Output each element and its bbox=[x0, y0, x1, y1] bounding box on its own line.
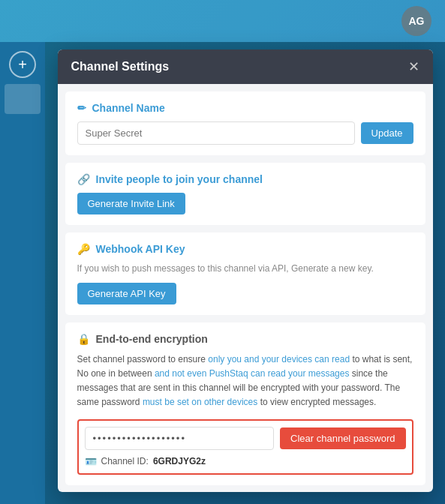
webhook-section: 🔑 Webhook API Key If you wish to push me… bbox=[65, 232, 425, 315]
channel-name-section: ✏ Channel Name Update bbox=[65, 92, 425, 155]
key-icon: 🔑 bbox=[77, 243, 90, 255]
topbar: AG bbox=[0, 0, 445, 42]
webhook-description: If you wish to push messages to this cha… bbox=[77, 262, 413, 275]
invite-label: Invite people to join your channel bbox=[96, 173, 263, 185]
encryption-title: 🔒 End-to-end encryption bbox=[77, 333, 413, 345]
webhook-label: Webhook API Key bbox=[96, 243, 185, 255]
generate-invite-link-button[interactable]: Generate Invite Link bbox=[77, 193, 185, 214]
encryption-label: End-to-end encryption bbox=[96, 333, 208, 345]
sidebar-active-item[interactable] bbox=[5, 84, 41, 114]
channel-id-label: Channel ID: bbox=[101, 456, 149, 466]
channel-password-input[interactable] bbox=[85, 427, 275, 450]
password-box: Clear channel password 🪪 Channel ID: 6GR… bbox=[77, 419, 413, 475]
modal-header: Channel Settings ✕ bbox=[58, 50, 433, 84]
channel-id-value: 6GRDJYG2z bbox=[153, 456, 206, 466]
modal-overlay: Channel Settings ✕ ✏ Channel Name Update… bbox=[45, 42, 445, 504]
channel-id-row: 🪪 Channel ID: 6GRDJYG2z bbox=[85, 456, 406, 467]
encryption-description: Set channel password to ensure only you … bbox=[77, 352, 413, 410]
avatar[interactable]: AG bbox=[401, 6, 431, 36]
invite-title: 🔗 Invite people to join your channel bbox=[77, 173, 413, 185]
lock-icon: 🔒 bbox=[77, 333, 90, 345]
invite-section: 🔗 Invite people to join your channel Gen… bbox=[65, 163, 425, 225]
plus-icon: + bbox=[18, 56, 27, 74]
sidebar: + bbox=[0, 42, 45, 504]
channel-name-input-row: Update bbox=[77, 122, 413, 145]
generate-api-key-button[interactable]: Generate API Key bbox=[77, 283, 176, 304]
password-row: Clear channel password bbox=[85, 427, 406, 450]
channel-name-input[interactable] bbox=[77, 122, 355, 145]
channel-name-title: ✏ Channel Name bbox=[77, 102, 413, 114]
pencil-icon: ✏ bbox=[77, 102, 86, 114]
modal-close-button[interactable]: ✕ bbox=[408, 60, 419, 74]
id-card-icon: 🪪 bbox=[85, 456, 97, 467]
webhook-title: 🔑 Webhook API Key bbox=[77, 243, 413, 255]
modal-title: Channel Settings bbox=[71, 60, 170, 74]
update-channel-name-button[interactable]: Update bbox=[361, 122, 413, 144]
channel-name-label: Channel Name bbox=[92, 102, 165, 114]
clear-channel-password-button[interactable]: Clear channel password bbox=[280, 428, 405, 449]
sidebar-add-button[interactable]: + bbox=[9, 51, 36, 78]
encryption-section: 🔒 End-to-end encryption Set channel pass… bbox=[65, 322, 425, 485]
link-icon: 🔗 bbox=[77, 173, 90, 185]
channel-settings-modal: Channel Settings ✕ ✏ Channel Name Update… bbox=[58, 50, 433, 492]
